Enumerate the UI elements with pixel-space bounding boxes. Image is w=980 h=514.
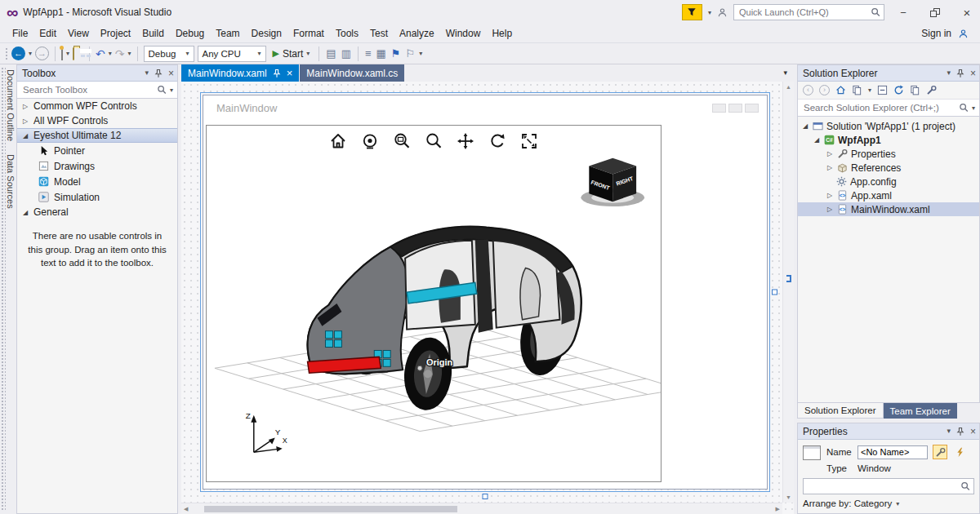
close-button[interactable]: × (954, 1, 980, 24)
tree-item-references[interactable]: ▷ References (798, 161, 979, 175)
line-options-button[interactable]: ≡ (364, 48, 372, 59)
viewport-zoom-button[interactable] (423, 131, 444, 152)
design-surface[interactable]: MainWindow (203, 95, 768, 490)
close-icon[interactable]: × (287, 68, 293, 78)
toolbox-search-box[interactable]: ▾ (17, 82, 177, 99)
properties-header[interactable]: Properties ▾ × (798, 423, 979, 440)
expander-collapsed-icon[interactable]: ▷ (826, 206, 834, 213)
window-position-icon[interactable]: ▾ (947, 69, 951, 77)
menu-item[interactable]: Edit (33, 26, 62, 41)
toolbox-item-simulation[interactable]: Simulation (17, 189, 177, 205)
window-position-icon[interactable]: ▾ (145, 69, 149, 77)
undo-caret-icon[interactable]: ▾ (109, 50, 112, 57)
designer-artboard[interactable]: MainWindow (181, 82, 794, 514)
menu-item[interactable]: Build (136, 26, 170, 41)
solution-explorer-header[interactable]: Solution Explorer ▾ × (798, 65, 979, 82)
solution-search-input[interactable] (802, 102, 956, 113)
viewport-pan-button[interactable] (455, 131, 476, 152)
tree-item-solution[interactable]: ◢ Solution 'WpfApp1' (1 project) (798, 119, 979, 133)
attach-to-process-button[interactable]: ▤ (325, 48, 336, 59)
menu-item[interactable]: View (62, 26, 95, 41)
scroll-down-icon[interactable]: ▼ (786, 494, 791, 500)
properties-view-button[interactable] (933, 445, 947, 459)
redo-button[interactable]: ↷ (115, 48, 125, 60)
redo-caret-icon[interactable]: ▾ (128, 50, 131, 57)
bookmark-clear-button[interactable]: ⚐ (405, 48, 416, 59)
expander-expanded-icon[interactable]: ◢ (21, 209, 29, 216)
solution-search-box[interactable]: ▾ (798, 100, 979, 117)
viewport-camera-button[interactable] (359, 131, 381, 152)
navigate-backward-caret-icon[interactable]: ▾ (29, 50, 32, 57)
document-list-caret-icon[interactable]: ▾ (783, 64, 794, 82)
feedback-caret-icon[interactable]: ▾ (708, 9, 711, 16)
menu-item[interactable]: Help (486, 26, 518, 41)
send-feedback-icon[interactable] (717, 7, 728, 18)
tab-mainwindow-xaml[interactable]: MainWindow.xaml × (181, 64, 299, 82)
pin-icon[interactable] (956, 427, 965, 436)
vertical-scrollbar[interactable]: ▲ ▼ (782, 82, 794, 503)
close-icon[interactable]: × (970, 69, 976, 78)
designer-3d-scene[interactable]: FRONT RIGHT (207, 126, 661, 481)
pin-icon[interactable] (272, 69, 282, 78)
open-file-button[interactable] (73, 48, 74, 60)
tab-mainwindow-xaml-cs[interactable]: MainWindow.xaml.cs (300, 64, 404, 82)
search-options-caret-icon[interactable]: ▾ (972, 104, 975, 112)
toolbox-group-common-wpf[interactable]: ▷ Common WPF Controls (17, 99, 177, 113)
toolbox-item-pointer[interactable]: Pointer (17, 143, 177, 158)
solution-configuration-dropdown[interactable]: Debug▾ (144, 46, 194, 62)
sign-in-link[interactable]: Sign in (915, 28, 958, 39)
quick-launch-box[interactable] (733, 4, 884, 20)
toolbar-grip[interactable] (5, 47, 8, 60)
expander-collapsed-icon[interactable]: ▷ (826, 192, 834, 199)
scroll-left-icon[interactable]: ◀ (184, 506, 188, 512)
close-icon[interactable]: × (970, 427, 976, 436)
close-icon[interactable]: × (168, 69, 174, 78)
menu-item[interactable]: Debug (170, 26, 210, 41)
scrollbar-thumb[interactable] (204, 506, 457, 512)
tab-solution-explorer[interactable]: Solution Explorer (797, 403, 884, 419)
expander-expanded-icon[interactable]: ◢ (21, 132, 29, 140)
new-file-button[interactable] (61, 48, 63, 60)
quick-launch-input[interactable] (737, 7, 867, 18)
new-file-caret-icon[interactable]: ▾ (66, 50, 69, 57)
toolbox-item-model[interactable]: Model (17, 174, 177, 189)
toolbox-item-drawings[interactable]: Drawings (17, 158, 177, 174)
toolbox-header[interactable]: Toolbox ▾ × (17, 65, 177, 82)
viewport-zoom-window-button[interactable] (391, 131, 412, 152)
toolbox-group-all-wpf[interactable]: ▷ All WPF Controls (17, 113, 177, 128)
scroll-up-icon[interactable]: ▲ (786, 84, 791, 90)
property-search-box[interactable] (803, 478, 974, 494)
expander-expanded-icon[interactable]: ◢ (801, 122, 809, 130)
build-errors-button[interactable]: ▥ (341, 48, 352, 59)
toolbox-group-general[interactable]: ◢ General (17, 205, 177, 219)
viewport-home-button[interactable] (327, 131, 349, 152)
back-button[interactable]: ‹ (803, 85, 813, 95)
pending-changes-icon[interactable] (852, 85, 862, 95)
menu-item[interactable]: Window (440, 26, 487, 41)
window-position-icon[interactable]: ▾ (947, 428, 951, 435)
user-account-icon[interactable] (958, 29, 975, 39)
undo-button[interactable]: ↶ (96, 48, 105, 60)
expander-collapsed-icon[interactable]: ▷ (21, 117, 29, 125)
properties-window-icon[interactable] (926, 85, 937, 95)
tree-item-app-config[interactable]: App.config (798, 175, 979, 188)
start-debugging-button[interactable]: ▶ Start ▾ (270, 48, 314, 60)
scope-caret-icon[interactable]: ▾ (868, 86, 871, 94)
menu-item[interactable]: Test (364, 26, 394, 41)
menu-item[interactable]: File (7, 26, 33, 41)
forward-button[interactable]: › (819, 85, 830, 95)
events-view-button[interactable] (952, 445, 967, 459)
menu-item[interactable]: Design (246, 26, 287, 41)
resize-handle-bottom[interactable] (483, 494, 488, 499)
tab-document-outline[interactable]: Document Outline (6, 69, 16, 141)
expander-collapsed-icon[interactable]: ▷ (826, 164, 834, 171)
menu-item[interactable]: Format (287, 26, 330, 41)
bookmark-button[interactable]: ⚑ (390, 48, 402, 59)
feedback-button[interactable] (682, 4, 702, 20)
menu-item[interactable]: Team (210, 26, 245, 41)
show-all-files-icon[interactable] (910, 85, 920, 95)
menu-item[interactable]: Analyze (394, 26, 440, 41)
pin-icon[interactable] (154, 69, 163, 78)
collapse-all-icon[interactable] (877, 85, 888, 95)
menu-item[interactable]: Tools (330, 26, 364, 41)
